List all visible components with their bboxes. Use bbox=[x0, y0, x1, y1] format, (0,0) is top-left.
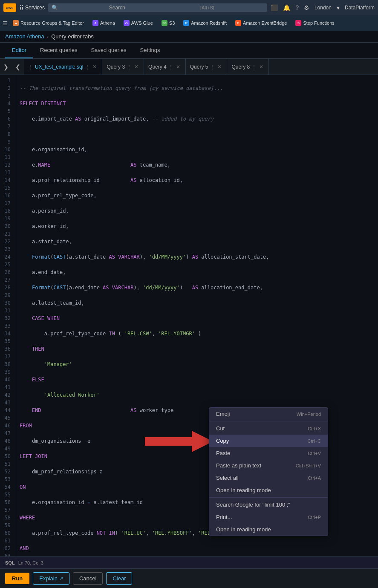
ctx-emoji[interactable]: Emoji Win+Period bbox=[209, 408, 328, 420]
bell-icon[interactable]: 🔔 bbox=[283, 4, 290, 11]
settings-icon[interactable]: ⚙ bbox=[304, 4, 309, 11]
query-tab-close-4[interactable]: ✕ bbox=[175, 63, 181, 70]
query-tab-query8[interactable]: Query 8 ⋮ ✕ bbox=[227, 59, 269, 75]
terminal-icon[interactable]: ⬛ bbox=[271, 4, 278, 11]
tabs-nav: Editor Recent queries Saved queries Sett… bbox=[0, 43, 378, 59]
ctx-copy[interactable]: Copy Ctrl+C bbox=[209, 435, 328, 447]
cancel-button[interactable]: Cancel bbox=[73, 572, 103, 585]
context-menu: Emoji Win+Period Cut Ctrl+X Copy Ctrl+C … bbox=[209, 407, 328, 536]
run-button[interactable]: Run bbox=[5, 573, 29, 584]
region-dropdown-icon: ▾ bbox=[337, 4, 340, 11]
query-tab-dots-menu[interactable]: ⋮ bbox=[28, 64, 33, 70]
breadcrumb-current: Query editor tabs bbox=[51, 33, 94, 40]
ctx-divider-2 bbox=[209, 497, 328, 498]
sidebar-toggle-icon[interactable]: ☰ bbox=[3, 20, 8, 26]
eventbridge-icon: E bbox=[235, 20, 241, 26]
service-tag-s3[interactable]: S3 S3 bbox=[158, 19, 178, 27]
breadcrumb-parent[interactable]: Amazon Athena bbox=[5, 33, 44, 40]
ctx-search-google[interactable]: Search Google for "limit 100 ;" bbox=[209, 499, 328, 511]
athena-icon: A bbox=[92, 20, 98, 26]
search-bar[interactable]: 🔍 Search [Alt+S] bbox=[48, 3, 267, 12]
query-tab-query3[interactable]: Query 3 ⋮ ✕ bbox=[102, 59, 144, 75]
query-tab-close-3[interactable]: ✕ bbox=[133, 63, 139, 70]
resource-groups-icon: ☁ bbox=[13, 20, 19, 26]
aws-topbar: aws ⣿ Services 🔍 Search [Alt+S] ⬛ 🔔 ? ⚙ … bbox=[0, 0, 378, 15]
s3-icon: S3 bbox=[162, 20, 167, 26]
tab-recent-queries[interactable]: Recent queries bbox=[33, 43, 84, 58]
service-tag-redshift[interactable]: R Amazon Redshift bbox=[180, 19, 230, 27]
services-button[interactable]: ⣿ Services bbox=[20, 5, 45, 11]
query-tab-ux-test[interactable]: ⋮ UX_test_example.sql ⋮ ✕ bbox=[24, 59, 102, 75]
glue-icon: G bbox=[124, 20, 130, 26]
tab-editor[interactable]: Editor bbox=[5, 43, 33, 58]
service-tag-eventbridge[interactable]: E Amazon EventBridge bbox=[232, 19, 290, 27]
service-tag-glue[interactable]: G AWS Glue bbox=[120, 19, 156, 27]
ctx-open-reading-1[interactable]: Open in reading mode bbox=[209, 484, 328, 496]
ctx-open-reading-2[interactable]: Open in reading mode bbox=[209, 523, 328, 536]
clear-button[interactable]: Clear bbox=[106, 572, 132, 585]
redshift-icon: R bbox=[183, 20, 189, 26]
tabs-prev-arrow[interactable]: ❮ bbox=[12, 59, 24, 75]
query-tab-query4[interactable]: Query 4 ⋮ ✕ bbox=[144, 59, 186, 75]
ctx-cut[interactable]: Cut Ctrl+X bbox=[209, 422, 328, 435]
step-functions-icon: S bbox=[295, 20, 301, 26]
tab-saved-queries[interactable]: Saved queries bbox=[84, 43, 133, 58]
ctx-print[interactable]: Print... Ctrl+P bbox=[209, 511, 328, 523]
ctx-divider-1 bbox=[209, 421, 328, 421]
external-link-icon: ↗ bbox=[59, 576, 63, 581]
tab-settings[interactable]: Settings bbox=[133, 43, 167, 58]
explain-button[interactable]: Explain ↗ bbox=[33, 572, 69, 585]
aws-logo: aws bbox=[3, 3, 16, 12]
ctx-paste[interactable]: Paste Ctrl+V bbox=[209, 447, 328, 459]
breadcrumb: Amazon Athena › Query editor tabs bbox=[0, 31, 378, 43]
main-layout: Amazon Athena › Query editor tabs Editor… bbox=[0, 31, 378, 588]
grid-icon: ⣿ bbox=[20, 5, 23, 11]
tabs-collapse-arrow[interactable]: ❯ bbox=[0, 59, 12, 75]
query-tabs-bar: ❯ ❮ ⋮ UX_test_example.sql ⋮ ✕ Query 3 ⋮ … bbox=[0, 59, 378, 75]
status-bar: SQL Ln 70, Col 3 bbox=[0, 556, 378, 568]
ctx-select-all[interactable]: Select all Ctrl+A bbox=[209, 472, 328, 484]
services-bar: ☰ ☁ Resource Groups & Tag Editor A Athen… bbox=[0, 15, 378, 31]
search-icon: 🔍 bbox=[52, 5, 58, 11]
query-tab-close-8[interactable]: ✕ bbox=[258, 63, 264, 70]
editor-wrapper: ❯ ❮ ⋮ UX_test_example.sql ⋮ ✕ Query 3 ⋮ … bbox=[0, 59, 378, 588]
query-tab-query5[interactable]: Query 5 ⋮ ✕ bbox=[186, 59, 228, 75]
topbar-icons: ⬛ 🔔 ? ⚙ London ▾ DataPlatform bbox=[271, 4, 375, 11]
help-icon[interactable]: ? bbox=[295, 4, 299, 11]
query-tab-close-5[interactable]: ✕ bbox=[216, 63, 222, 70]
line-numbers: 1 2 3 4 5 6 7 8 9 10 11 12 13 14 15 16 1… bbox=[0, 75, 16, 556]
service-tag-resource-groups[interactable]: ☁ Resource Groups & Tag Editor bbox=[9, 19, 87, 27]
query-tab-close-ux[interactable]: ✕ bbox=[92, 63, 98, 70]
service-tag-step-functions[interactable]: S Step Functions bbox=[292, 19, 338, 27]
code-editor-area[interactable]: 1 2 3 4 5 6 7 8 9 10 11 12 13 14 15 16 1… bbox=[0, 75, 378, 556]
action-bar: Run Explain ↗ Cancel Clear bbox=[0, 568, 378, 588]
breadcrumb-separator: › bbox=[47, 33, 49, 40]
ctx-paste-plain[interactable]: Paste as plain text Ctrl+Shift+V bbox=[209, 459, 328, 472]
service-tag-athena[interactable]: A Athena bbox=[89, 19, 118, 27]
